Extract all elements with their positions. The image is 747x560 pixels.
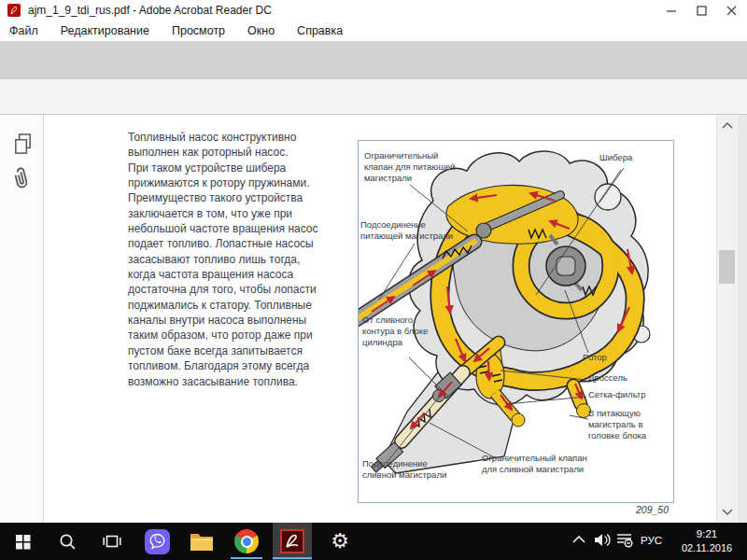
maximize-button[interactable] bbox=[687, 0, 715, 21]
label-throttle: Дроссель bbox=[588, 372, 627, 384]
label-relief-valve-supply: Ограничительный клапан для питающей маги… bbox=[364, 150, 469, 183]
menu-file[interactable]: Файл bbox=[9, 24, 38, 37]
vane-circle bbox=[595, 184, 621, 210]
navigation-sidebar bbox=[0, 115, 44, 523]
figure-caption: 209_50 bbox=[570, 504, 669, 515]
acrobat-active-indicator bbox=[273, 557, 312, 559]
viber-icon[interactable] bbox=[138, 523, 176, 560]
menu-help[interactable]: Справка bbox=[297, 24, 343, 37]
language-indicator[interactable]: РУС bbox=[641, 535, 662, 546]
task-view-icon[interactable] bbox=[93, 523, 131, 560]
tab-bar: Главная Инструменты ajm_1_9_tdi_rus.pdf … bbox=[0, 41, 747, 79]
scroll-down-icon[interactable] bbox=[720, 508, 735, 517]
label-to-supply-line: В питающую магистраль в головке блока bbox=[588, 408, 670, 441]
clock-time: 9:21 bbox=[674, 527, 740, 541]
file-explorer-icon[interactable] bbox=[183, 523, 220, 560]
acrobat-logo-icon bbox=[7, 3, 21, 18]
minimize-button[interactable] bbox=[657, 0, 685, 21]
start-button[interactable] bbox=[4, 523, 41, 560]
menu-window[interactable]: Окно bbox=[247, 24, 275, 37]
menu-view[interactable]: Просмотр bbox=[172, 24, 225, 37]
supply-valve-piston bbox=[476, 223, 491, 238]
label-relief-valve-return: Ограничительный клапан для сливной магис… bbox=[482, 453, 607, 475]
label-vanes: Шибера bbox=[599, 152, 632, 163]
document-paragraph: Топливный насос конструктивно выполнен к… bbox=[128, 130, 354, 389]
acrobat-reader-window: ajm_1_9_tdi_rus.pdf - Adobe Acrobat Read… bbox=[0, 0, 747, 560]
scroll-up-icon[interactable] bbox=[720, 120, 735, 130]
chrome-running-indicator bbox=[231, 557, 262, 559]
attachments-icon[interactable] bbox=[12, 166, 33, 190]
acrobat-taskbar-icon[interactable] bbox=[273, 523, 312, 560]
taskbar-search-icon[interactable] bbox=[49, 523, 86, 560]
rotor bbox=[546, 246, 585, 286]
label-rotor: Ротор bbox=[583, 352, 607, 363]
figure-box: Ограничительный клапан для питающей маги… bbox=[358, 140, 674, 503]
vertical-scrollbar[interactable] bbox=[716, 115, 738, 523]
taskbar-clock[interactable]: 9:21 02.11.2016 bbox=[674, 527, 740, 554]
chrome-icon[interactable] bbox=[228, 523, 265, 560]
settings-gear-icon[interactable]: ⚙ bbox=[321, 523, 359, 560]
title-bar: ajm_1_9_tdi_rus.pdf - Adobe Acrobat Read… bbox=[0, 0, 747, 21]
action-center-icon[interactable] bbox=[616, 533, 633, 548]
main-toolbar: / 59 78,5% bbox=[0, 79, 747, 115]
page-thumbnails-icon[interactable] bbox=[12, 133, 34, 156]
window-title: ajm_1_9_tdi_rus.pdf - Adobe Acrobat Read… bbox=[28, 4, 272, 17]
label-filter: Сетка-фильтр bbox=[588, 389, 646, 400]
menu-edit[interactable]: Редактирование bbox=[61, 24, 149, 37]
tray-chevron-up-icon[interactable] bbox=[571, 534, 586, 545]
volume-icon[interactable] bbox=[594, 533, 612, 547]
close-button[interactable] bbox=[717, 0, 745, 21]
scrollbar-thumb[interactable] bbox=[719, 250, 735, 284]
clock-date: 02.11.2016 bbox=[674, 541, 740, 554]
label-from-return-circuit: От сливного контура в блоке цилиндра bbox=[362, 315, 448, 347]
menu-bar: Файл Редактирование Просмотр Окно Справк… bbox=[0, 21, 747, 41]
label-return-connection: Подсоединение сливной магистрали bbox=[362, 458, 467, 481]
window-edge bbox=[738, 115, 747, 523]
label-supply-connection: Подсоединение питающей магистрали bbox=[360, 219, 472, 242]
